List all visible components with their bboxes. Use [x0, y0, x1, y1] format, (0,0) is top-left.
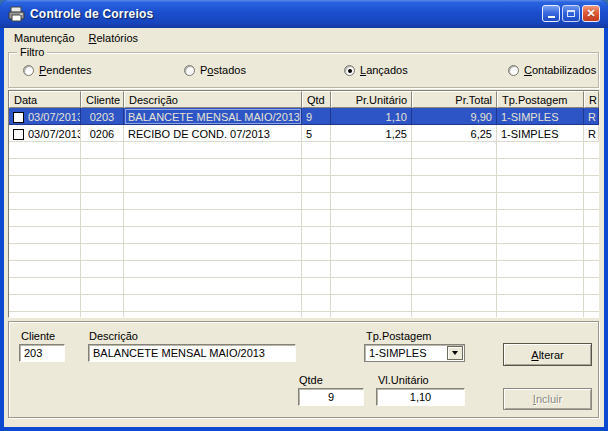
qtde-field[interactable]: [298, 388, 364, 406]
menu-bar: Manutenção Relatórios: [4, 28, 604, 48]
radio-contabilizados[interactable]: Contabilizados: [508, 64, 596, 76]
tp-postagem-value: 1-SIMPLES: [365, 347, 447, 359]
row-checkbox[interactable]: [13, 129, 24, 140]
cell-descricao: RECIBO DE COND. 07/2013: [124, 125, 302, 142]
tp-postagem-select[interactable]: 1-SIMPLES: [364, 344, 465, 362]
grid-empty-area: [9, 142, 599, 317]
cell-data: 03/07/2013: [9, 125, 81, 142]
qtde-label: Qtde: [299, 374, 323, 386]
alterar-button[interactable]: Alterar: [503, 343, 592, 366]
radio-circle-icon[interactable]: [23, 65, 34, 76]
column-header-clipped[interactable]: R: [584, 91, 599, 108]
column-header-pr-total[interactable]: Pr.Total: [412, 91, 497, 108]
table-row-selected[interactable]: 03/07/2013 0203 BALANCETE MENSAL MAIO/20…: [9, 108, 599, 125]
cell-cliente: 0203: [81, 108, 124, 125]
radio-label: Pendentes: [39, 64, 92, 76]
radio-postados[interactable]: Postados: [184, 64, 246, 76]
edit-panel: Cliente Descrição Tp.Postagem 1-SIMPLES …: [8, 321, 599, 418]
client-area: Manutenção Relatórios Filtro Pendentes P…: [4, 28, 604, 427]
radio-lancados[interactable]: Lançados: [344, 64, 408, 76]
column-header-data[interactable]: Data: [9, 91, 81, 108]
grid-header-row: Data Cliente Descrição Qtd Pr.Unitário P…: [9, 91, 599, 108]
cell-clipped: R: [584, 125, 599, 142]
filter-legend: Filtro: [17, 46, 47, 58]
cell-data: 03/07/2013: [9, 108, 81, 125]
vl-unitario-label: Vl.Unitário: [378, 374, 429, 386]
cliente-label: Cliente: [21, 330, 55, 342]
column-header-descricao[interactable]: Descrição: [124, 91, 302, 108]
menu-relatorios[interactable]: Relatórios: [82, 30, 146, 46]
column-header-qtd[interactable]: Qtd: [302, 91, 331, 108]
radio-label: Contabilizados: [524, 64, 596, 76]
cliente-field[interactable]: [19, 344, 65, 362]
cell-tp-postagem: 1-SIMPLES: [497, 125, 584, 142]
title-bar[interactable]: Controle de Correios ✕: [0, 0, 608, 28]
cell-pr-total: 9,90: [412, 108, 497, 125]
cell-qtd: 5: [302, 125, 331, 142]
cell-descricao: BALANCETE MENSAL MAIO/2013: [124, 108, 302, 125]
minimize-button[interactable]: [542, 5, 560, 22]
radio-circle-icon-selected[interactable]: [344, 65, 355, 76]
chevron-down-icon: [452, 351, 458, 355]
descricao-label: Descrição: [89, 330, 138, 342]
maximize-button[interactable]: [562, 5, 580, 22]
descricao-field[interactable]: [88, 344, 296, 362]
radio-label: Lançados: [360, 64, 408, 76]
cell-cliente: 0206: [81, 125, 124, 142]
filter-groupbox: Filtro Pendentes Postados Lançados Conta…: [8, 52, 599, 88]
radio-circle-icon[interactable]: [184, 65, 195, 76]
close-button[interactable]: ✕: [582, 5, 600, 22]
cell-qtd: 9: [302, 108, 331, 125]
alterar-label: Alterar: [531, 349, 563, 361]
table-row[interactable]: 03/07/2013 0206 RECIBO DE COND. 07/2013 …: [9, 125, 599, 142]
window-title: Controle de Correios: [30, 7, 542, 21]
column-header-tp-postagem[interactable]: Tp.Postagem: [497, 91, 584, 108]
cell-pr-total: 6,25: [412, 125, 497, 142]
menu-manutencao[interactable]: Manutenção: [7, 30, 82, 46]
tp-postagem-label: Tp.Postagem: [366, 330, 431, 342]
incluir-button[interactable]: Incluir: [503, 388, 592, 410]
app-window: Controle de Correios ✕ Manutenção Relató…: [0, 0, 608, 431]
cell-clipped: R: [584, 108, 599, 125]
incluir-label: Incluir: [533, 393, 562, 405]
app-icon: [8, 6, 25, 22]
radio-circle-icon[interactable]: [508, 65, 519, 76]
column-header-pr-unitario[interactable]: Pr.Unitário: [331, 91, 412, 108]
radio-pendentes[interactable]: Pendentes: [23, 64, 92, 76]
vl-unitario-field[interactable]: [376, 388, 465, 406]
cell-pr-unitario: 1,10: [331, 108, 412, 125]
cell-pr-unitario: 1,25: [331, 125, 412, 142]
combo-dropdown-button[interactable]: [447, 346, 463, 360]
cell-tp-postagem: 1-SIMPLES: [497, 108, 584, 125]
radio-label: Postados: [200, 64, 246, 76]
records-grid[interactable]: Data Cliente Descrição Qtd Pr.Unitário P…: [8, 90, 599, 318]
column-header-cliente[interactable]: Cliente: [81, 91, 124, 108]
row-checkbox[interactable]: [13, 112, 24, 123]
